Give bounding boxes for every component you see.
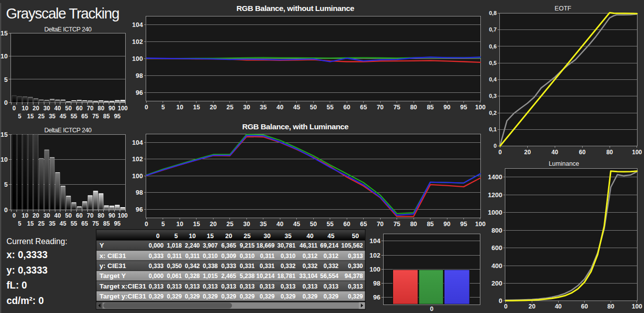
svg-text:90: 90 [109, 212, 116, 219]
svg-text:98: 98 [136, 72, 143, 79]
svg-text:5: 5 [4, 181, 7, 188]
svg-text:0,331: 0,331 [259, 263, 274, 270]
svg-text:70: 70 [87, 212, 94, 219]
svg-text:2,465: 2,465 [221, 273, 236, 280]
svg-text:9,215: 9,215 [239, 242, 254, 249]
svg-text:95: 95 [460, 104, 467, 111]
svg-text:20: 20 [32, 212, 39, 219]
svg-text:35: 35 [285, 233, 292, 240]
svg-text:70: 70 [87, 105, 94, 112]
svg-text:15: 15 [193, 104, 200, 111]
svg-text:105,562: 105,562 [341, 242, 363, 249]
svg-text:6,365: 6,365 [221, 242, 236, 249]
svg-text:5: 5 [175, 233, 178, 240]
svg-text:2,240: 2,240 [185, 242, 200, 249]
svg-text:80: 80 [410, 104, 417, 111]
svg-text:55: 55 [70, 220, 77, 227]
svg-text:0,313: 0,313 [221, 283, 236, 290]
svg-text:0,313: 0,313 [167, 283, 182, 290]
svg-text:0,342: 0,342 [185, 263, 200, 270]
svg-text:10: 10 [22, 212, 29, 219]
svg-text:0,311: 0,311 [185, 253, 200, 260]
svg-text:5: 5 [162, 221, 165, 228]
svg-text:0,8: 0,8 [489, 10, 496, 16]
svg-text:20: 20 [32, 105, 39, 112]
svg-text:104: 104 [132, 21, 143, 28]
svg-text:0,313: 0,313 [185, 283, 200, 290]
svg-text:85: 85 [427, 104, 434, 111]
svg-text:0,3: 0,3 [489, 93, 496, 99]
svg-text:45: 45 [293, 221, 300, 228]
svg-text:0,2: 0,2 [489, 110, 496, 116]
svg-text:55: 55 [327, 221, 334, 228]
svg-text:0: 0 [430, 306, 433, 313]
svg-text:102: 102 [132, 38, 143, 45]
svg-text:25: 25 [226, 104, 233, 111]
svg-text:0,329: 0,329 [348, 293, 363, 300]
svg-text:95: 95 [460, 221, 467, 228]
svg-text:60: 60 [76, 105, 83, 112]
svg-text:1,018: 1,018 [167, 242, 182, 249]
svg-text:70: 70 [377, 104, 384, 111]
svg-text:fL: 0: fL: 0 [6, 280, 27, 291]
svg-text:90: 90 [443, 221, 450, 228]
svg-text:30: 30 [243, 221, 250, 228]
svg-text:0,000: 0,000 [149, 242, 164, 249]
svg-text:Grayscale Tracking: Grayscale Tracking [6, 5, 119, 21]
svg-text:100: 100 [132, 172, 143, 180]
svg-text:0,7: 0,7 [489, 26, 496, 32]
svg-text:0,329: 0,329 [280, 293, 295, 300]
svg-text:0,313: 0,313 [348, 253, 363, 260]
svg-text:30: 30 [43, 212, 50, 219]
svg-text:x: 0,3333: x: 0,3333 [6, 249, 48, 260]
svg-text:69,214: 69,214 [320, 242, 339, 249]
svg-text:Target y:CIE31: Target y:CIE31 [100, 293, 147, 300]
svg-text:0: 0 [145, 104, 148, 111]
svg-text:98: 98 [136, 189, 143, 196]
svg-text:0,333: 0,333 [149, 263, 164, 270]
svg-text:1000: 1000 [488, 209, 502, 216]
svg-text:100: 100 [475, 221, 486, 228]
svg-text:18,669: 18,669 [256, 242, 275, 249]
svg-text:10,214: 10,214 [256, 273, 275, 280]
svg-text:0: 0 [12, 212, 16, 219]
svg-text:60: 60 [343, 221, 350, 228]
svg-text:100: 100 [632, 149, 642, 156]
svg-text:45: 45 [328, 233, 335, 240]
svg-text:0,313: 0,313 [348, 283, 363, 290]
svg-text:0,6: 0,6 [489, 43, 496, 49]
svg-text:0,329: 0,329 [167, 293, 182, 300]
svg-text:10: 10 [176, 104, 183, 111]
svg-text:65: 65 [360, 221, 367, 228]
svg-text:20: 20 [524, 149, 531, 156]
svg-text:30: 30 [243, 104, 250, 111]
svg-text:0,329: 0,329 [239, 293, 254, 300]
svg-text:55: 55 [327, 104, 334, 111]
svg-text:25: 25 [226, 221, 233, 228]
svg-text:50: 50 [310, 104, 317, 111]
svg-text:40: 40 [54, 212, 61, 219]
svg-text:50: 50 [65, 105, 72, 112]
svg-text:0: 0 [4, 206, 7, 214]
svg-text:35: 35 [260, 104, 267, 111]
svg-text:98: 98 [373, 280, 380, 287]
svg-text:60: 60 [581, 303, 588, 310]
svg-text:5: 5 [4, 76, 7, 83]
svg-text:y: CIE31: y: CIE31 [100, 262, 127, 270]
svg-text:0: 0 [504, 303, 507, 310]
svg-text:104: 104 [132, 139, 143, 146]
svg-text:Current Reading:: Current Reading: [6, 237, 67, 246]
svg-text:0,329: 0,329 [259, 293, 274, 300]
svg-text:Y: Y [100, 242, 104, 249]
svg-text:10: 10 [0, 156, 7, 163]
svg-text:1400: 1400 [488, 173, 502, 181]
svg-text:50: 50 [65, 212, 72, 219]
svg-text:45: 45 [293, 104, 300, 111]
svg-text:40: 40 [276, 221, 283, 228]
svg-text:25: 25 [244, 233, 251, 240]
svg-text:30,781: 30,781 [277, 242, 296, 249]
svg-text:DeltaE ICTCP 240: DeltaE ICTCP 240 [44, 26, 92, 33]
svg-text:0: 0 [4, 99, 7, 106]
svg-text:RGB Balance, with Luminance: RGB Balance, with Luminance [242, 122, 349, 131]
svg-text:65: 65 [360, 104, 367, 111]
